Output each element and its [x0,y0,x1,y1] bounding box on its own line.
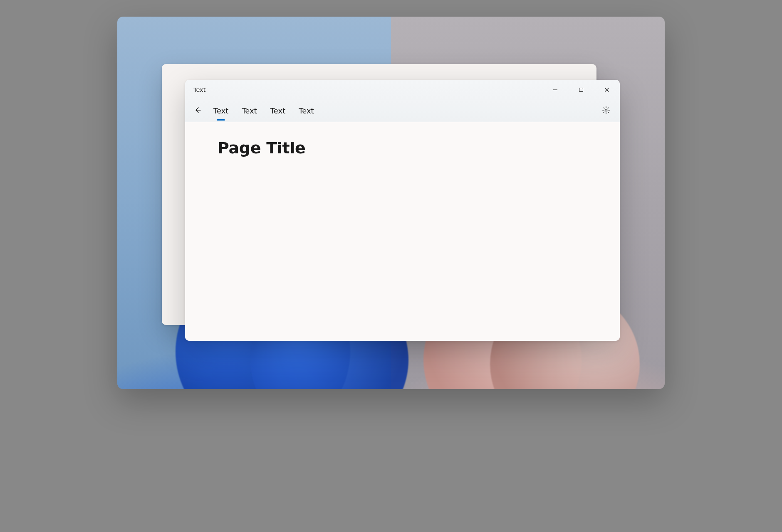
tab-label: Text [242,106,257,115]
back-button[interactable] [192,105,203,117]
gear-icon [602,106,610,116]
maximize-button[interactable] [568,80,594,100]
caption-controls [542,80,620,100]
tab-row: Text Text Text Text [185,100,620,122]
tab-label: Text [213,106,228,115]
window-title: Text [193,86,205,93]
tab-label: Text [299,106,314,115]
minimize-button[interactable] [542,80,568,100]
desktop-viewport: Text Text Text [117,17,665,389]
settings-button[interactable] [599,104,613,118]
content-area: Page Title [185,122,620,341]
close-button[interactable] [594,80,620,100]
app-window: Text Text Text [185,80,620,341]
tabs: Text Text Text Text [211,100,317,122]
tab-3[interactable]: Text [296,100,316,122]
tab-1[interactable]: Text [239,100,259,122]
svg-point-2 [605,109,607,111]
svg-rect-1 [579,88,583,92]
page-title: Page Title [218,139,595,157]
tab-2[interactable]: Text [268,100,288,122]
arrow-left-icon [194,106,201,116]
titlebar[interactable]: Text [185,80,620,100]
tab-0[interactable]: Text [211,100,231,122]
tab-label: Text [270,106,285,115]
